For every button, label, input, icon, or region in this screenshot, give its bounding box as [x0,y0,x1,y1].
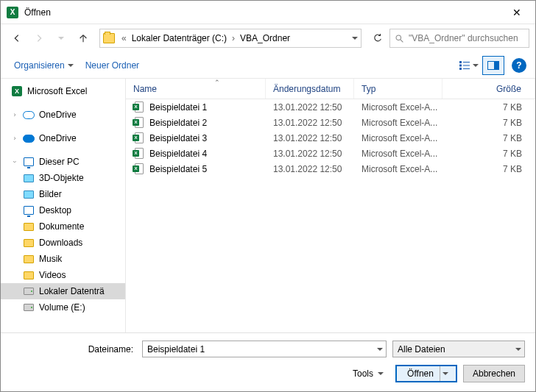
address-dropdown[interactable] [352,37,358,40]
file-size: 7 KB [442,102,535,113]
titlebar: X Öffnen ✕ [1,1,535,24]
refresh-button[interactable] [367,28,388,49]
toolbar: Organisieren Neuer Ordner ? [1,52,535,79]
svg-rect-3 [459,68,462,70]
sidebar[interactable]: X Microsoft Excel › OneDrive › OneDrive … [1,79,126,332]
folder-icon [24,271,34,279]
nav-recent-dropdown[interactable] [51,28,71,49]
folder-icon [24,174,34,182]
sidebar-item-thispc[interactable]: › Dieser PC [1,154,125,170]
file-date: 13.01.2022 12:50 [266,118,354,128]
desktop-icon [24,206,34,215]
sidebar-item-pictures[interactable]: Bilder [1,186,125,202]
chevron-down-icon [378,372,384,375]
cancel-button[interactable]: Abbrechen [463,365,525,382]
sort-indicator-icon: ⌃ [214,79,220,86]
cloud-icon [23,111,35,119]
sidebar-item-downloads[interactable]: Downloads [1,235,125,251]
file-name: Beispieldatei 3 [149,133,207,143]
file-type: Microsoft Excel-A... [354,133,442,143]
open-split-dropdown[interactable] [440,366,451,381]
sidebar-item-desktop[interactable]: Desktop [1,202,125,218]
search-input[interactable]: "VBA_Ordner" durchsuchen [389,29,529,48]
nav-back-button[interactable] [7,28,27,49]
file-name: Beispieldatei 4 [149,149,207,159]
main-area: X Microsoft Excel › OneDrive › OneDrive … [1,79,535,332]
svg-rect-6 [463,68,470,69]
file-list: ⌃ Name Änderungsdatum Typ Größe XBeispie… [126,79,535,332]
file-size: 7 KB [442,118,535,128]
collapse-icon[interactable]: › [11,158,18,165]
file-name: Beispieldatei 1 [149,102,207,113]
breadcrumb-history[interactable]: « [119,33,129,43]
nav-up-button[interactable] [73,28,94,49]
preview-pane-button[interactable] [482,56,504,75]
svg-point-0 [396,35,401,40]
file-date: 13.01.2022 12:50 [266,102,354,113]
sidebar-item-3d[interactable]: 3D-Objekte [1,170,125,186]
column-header-name[interactable]: Name [126,79,266,99]
expand-icon[interactable]: › [11,111,18,118]
file-list-body[interactable]: XBeispieldatei 113.01.2022 12:50Microsof… [126,99,535,332]
file-row[interactable]: XBeispieldatei 413.01.2022 12:50Microsof… [126,146,535,161]
file-row[interactable]: XBeispieldatei 213.01.2022 12:50Microsof… [126,115,535,130]
search-placeholder: "VBA_Ordner" durchsuchen [409,33,518,43]
new-folder-button[interactable]: Neuer Ordner [81,57,144,74]
tools-button[interactable]: Tools [347,366,389,382]
drive-icon [24,288,34,295]
column-header-size[interactable]: Größe [442,79,535,99]
file-size: 7 KB [442,149,535,159]
address-bar[interactable]: « Lokaler Datenträger (C:) › VBA_Ordner [99,29,362,48]
navbar: « Lokaler Datenträger (C:) › VBA_Ordner … [1,24,535,52]
file-row[interactable]: XBeispieldatei 313.01.2022 12:50Microsof… [126,130,535,146]
excel-file-icon: X [133,148,145,160]
folder-icon [103,33,115,43]
file-type: Microsoft Excel-A... [354,102,442,113]
sidebar-item-music[interactable]: Musik [1,251,125,267]
file-date: 13.01.2022 12:50 [266,149,354,159]
file-type: Microsoft Excel-A... [354,118,442,128]
svg-rect-8 [494,61,499,69]
svg-rect-4 [463,62,470,63]
folder-icon [24,223,34,231]
sidebar-item-localdisk[interactable]: Lokaler Datenträ [1,283,125,299]
excel-file-icon: X [133,117,145,129]
file-row[interactable]: XBeispieldatei 513.01.2022 12:50Microsof… [126,161,535,177]
chevron-down-icon[interactable] [377,348,383,351]
cloud-icon [23,135,35,143]
breadcrumb-folder[interactable]: VBA_Ordner [237,33,293,43]
help-button[interactable]: ? [512,58,526,73]
open-button[interactable]: Öffnen [395,365,457,382]
close-button[interactable]: ✕ [500,1,534,24]
chevron-right-icon: › [230,33,237,43]
expand-icon[interactable]: › [11,135,18,142]
file-row[interactable]: XBeispieldatei 113.01.2022 12:50Microsof… [126,99,535,115]
excel-file-icon: X [133,132,145,144]
breadcrumb-drive[interactable]: Lokaler Datenträger (C:) [129,33,230,43]
bottom-panel: Dateiname: Beispieldatei 1 Alle Dateien … [1,332,535,391]
computer-icon [24,157,34,166]
chevron-down-icon[interactable] [515,348,521,351]
filename-label: Dateiname: [11,344,136,354]
column-headers: ⌃ Name Änderungsdatum Typ Größe [126,79,535,99]
file-type-filter[interactable]: Alle Dateien [392,341,525,357]
chevron-down-icon [473,64,479,67]
svg-rect-1 [459,61,462,63]
file-size: 7 KB [442,133,535,143]
view-mode-button[interactable] [457,56,479,75]
sidebar-item-onedrive-2[interactable]: › OneDrive [1,130,125,146]
nav-forward-button[interactable] [29,28,49,49]
excel-icon: X [12,86,22,96]
sidebar-item-onedrive-1[interactable]: › OneDrive [1,107,125,123]
sidebar-item-volume-e[interactable]: Volume (E:) [1,299,125,316]
drive-icon [24,304,34,311]
file-size: 7 KB [442,164,535,174]
sidebar-item-videos[interactable]: Videos [1,267,125,283]
excel-file-icon: X [133,163,145,175]
filename-input[interactable]: Beispieldatei 1 [142,341,387,357]
sidebar-item-documents[interactable]: Dokumente [1,218,125,235]
organize-button[interactable]: Organisieren [10,57,78,74]
sidebar-item-excel[interactable]: X Microsoft Excel [1,83,125,99]
column-header-type[interactable]: Typ [354,79,442,99]
column-header-date[interactable]: Änderungsdatum [266,79,354,99]
